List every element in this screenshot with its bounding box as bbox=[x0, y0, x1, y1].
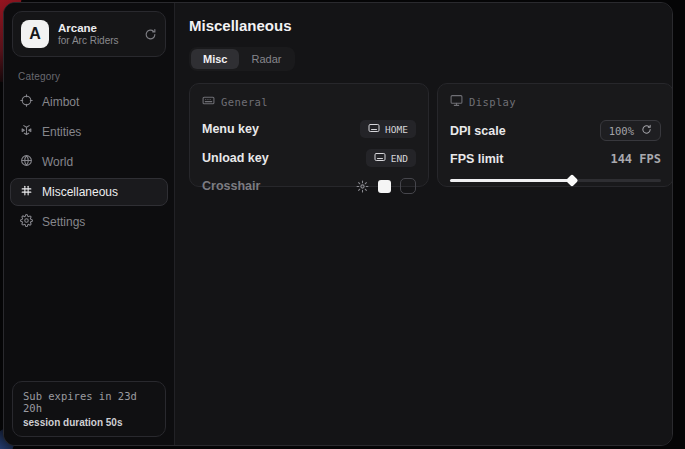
sub-expires-text: Sub expires in 23d 20h bbox=[23, 390, 155, 414]
subscription-card: Sub expires in 23d 20h session duration … bbox=[12, 381, 166, 437]
crosshair-checkbox[interactable] bbox=[400, 178, 416, 194]
crosshair-row: Crosshair bbox=[202, 178, 416, 194]
dpi-scale-label: DPI scale bbox=[450, 124, 506, 138]
tab-bar: Misc Radar bbox=[189, 47, 295, 71]
fps-slider-thumb[interactable] bbox=[566, 174, 579, 187]
crosshair-settings-gear-icon[interactable] bbox=[356, 180, 369, 193]
general-card: General Menu key HOME Unload key bbox=[189, 83, 429, 187]
display-card: Display DPI scale 100% FPS limit 144 F bbox=[437, 83, 673, 187]
dpi-scale-selector[interactable]: 100% bbox=[600, 120, 661, 141]
gear-icon bbox=[20, 214, 33, 230]
sidebar-item-entities[interactable]: Entities bbox=[10, 118, 168, 146]
keyboard-icon bbox=[374, 152, 386, 164]
grid-icon bbox=[20, 184, 33, 200]
sidebar-item-label: World bbox=[42, 155, 73, 169]
fps-limit-slider[interactable] bbox=[450, 174, 661, 186]
sidebar-item-aimbot[interactable]: Aimbot bbox=[10, 88, 168, 116]
main-panel: Miscellaneous Misc Radar General Menu ke… bbox=[175, 3, 673, 445]
sidebar-item-world[interactable]: World bbox=[10, 148, 168, 176]
crosshair-color-swatch[interactable] bbox=[378, 180, 391, 193]
brand-name: Arcane bbox=[58, 21, 135, 35]
sidebar-item-settings[interactable]: Settings bbox=[10, 208, 168, 236]
menu-key-bind-button[interactable]: HOME bbox=[360, 120, 416, 138]
tab-radar[interactable]: Radar bbox=[239, 49, 293, 69]
cards-row: General Menu key HOME Unload key bbox=[189, 83, 673, 187]
boxes-icon bbox=[20, 124, 33, 140]
tab-misc[interactable]: Misc bbox=[191, 49, 239, 69]
menu-key-label: Menu key bbox=[202, 122, 259, 136]
monitor-icon bbox=[450, 94, 463, 109]
page-title: Miscellaneous bbox=[189, 17, 673, 34]
brand-logo: A bbox=[21, 20, 49, 48]
menu-key-row: Menu key HOME bbox=[202, 120, 416, 138]
sidebar-item-label: Settings bbox=[42, 215, 85, 229]
fps-slider-fill bbox=[450, 179, 572, 182]
dpi-scale-row: DPI scale 100% bbox=[450, 120, 661, 141]
fps-limit-row: FPS limit 144 FPS bbox=[450, 152, 661, 166]
brand-subtitle: for Arc Riders bbox=[58, 35, 135, 48]
keyboard-icon bbox=[202, 94, 215, 109]
fps-limit-label: FPS limit bbox=[450, 152, 503, 166]
sidebar-item-label: Aimbot bbox=[42, 95, 79, 109]
dpi-scale-value: 100% bbox=[609, 125, 634, 137]
sidebar-nav: Aimbot Entities World bbox=[4, 88, 174, 236]
session-duration-text: session duration 50s bbox=[23, 417, 155, 428]
sidebar-item-label: Miscellaneous bbox=[42, 185, 118, 199]
category-label: Category bbox=[18, 71, 174, 82]
cheat-menu-window: A Arcane for Arc Riders Category Aimbot bbox=[3, 2, 673, 446]
crosshair-label: Crosshair bbox=[202, 179, 260, 193]
unload-key-row: Unload key END bbox=[202, 149, 416, 167]
general-card-title: General bbox=[221, 96, 268, 108]
cycle-icon bbox=[641, 124, 652, 137]
refresh-icon[interactable] bbox=[144, 28, 157, 41]
crosshair-icon bbox=[20, 94, 33, 110]
unload-key-label: Unload key bbox=[202, 151, 269, 165]
sidebar-item-label: Entities bbox=[42, 125, 81, 139]
sidebar: A Arcane for Arc Riders Category Aimbot bbox=[4, 3, 175, 445]
keyboard-icon bbox=[368, 123, 380, 135]
display-card-title: Display bbox=[469, 96, 516, 108]
sidebar-item-miscellaneous[interactable]: Miscellaneous bbox=[10, 178, 168, 206]
fps-limit-value: 144 FPS bbox=[610, 152, 661, 166]
unload-key-bind-button[interactable]: END bbox=[366, 149, 416, 167]
globe-icon bbox=[20, 154, 33, 170]
brand-card: A Arcane for Arc Riders bbox=[12, 11, 166, 57]
